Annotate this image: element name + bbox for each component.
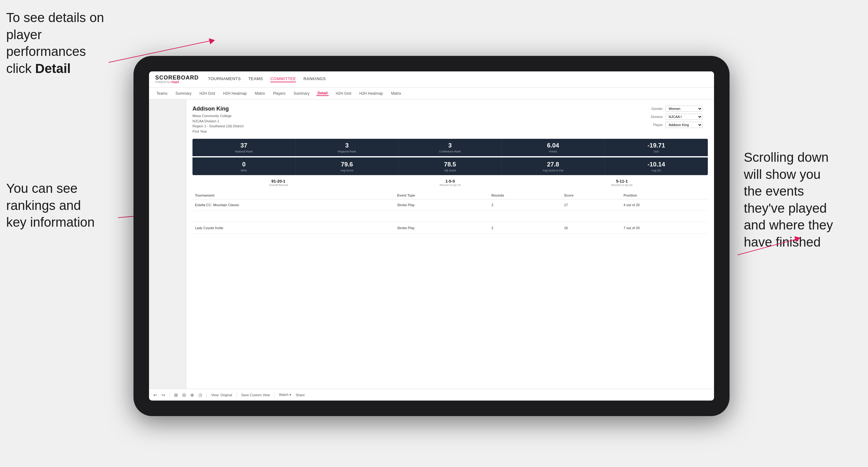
stat-adj-score-label: Adj Score <box>401 169 499 172</box>
toolbar-zoom-in[interactable]: ⊞ <box>174 393 178 398</box>
stats-row-2: 0 Wins 79.6 Avg Score 78.5 Adj Score 27.… <box>192 157 708 175</box>
stat-sos-label: SoS <box>607 150 705 153</box>
division-select[interactable]: NJCAA I <box>665 114 703 120</box>
toolbar-zoom-out[interactable]: ⊟ <box>182 393 186 398</box>
cell-score-3: 16 <box>562 222 621 234</box>
annotation-top-left: To see details on player performances cl… <box>6 9 124 77</box>
record-top25-label: Record vs top 25 <box>440 184 461 187</box>
zoom-out-icon: ⊟ <box>182 393 186 398</box>
share-label: Share <box>296 393 305 397</box>
player-select[interactable]: Addison King <box>665 122 703 128</box>
toolbar-sep-3 <box>237 392 237 398</box>
table-row: Estella CC- Mountain Classic Stroke Play… <box>192 199 708 211</box>
subnav-detail[interactable]: Detail <box>316 91 329 96</box>
view-original-label: View: Original <box>211 393 232 397</box>
watch-label: Watch ▾ <box>279 393 291 397</box>
subnav-h2h-grid[interactable]: H2H Grid <box>198 91 216 96</box>
toolbar-redo[interactable]: ↪ <box>161 393 165 398</box>
tablet-shell: SCOREBOARD Powered by clippd TOURNAMENTS… <box>133 56 730 416</box>
app-header: SCOREBOARD Powered by clippd TOURNAMENTS… <box>149 71 714 88</box>
stat-adj-score: 78.5 Adj Score <box>399 158 502 175</box>
nav-committee[interactable]: COMMITTEE <box>270 76 296 82</box>
col-event-type: Event Type <box>395 192 489 199</box>
cell-position-3: 7 out of 20 <box>621 222 708 234</box>
toolbar-timer[interactable]: ◷ <box>198 393 202 398</box>
save-custom-label: Save Custom View <box>241 393 270 397</box>
subnav-teams[interactable]: Teams <box>155 91 168 96</box>
record-overall-value: 91-20-1 <box>271 179 285 184</box>
division-label: Division <box>646 115 663 119</box>
subnav-matrix2[interactable]: Matrix <box>390 91 403 96</box>
stat-avg-score-par-value: 27.8 <box>504 161 602 168</box>
player-year: First Year <box>192 129 243 134</box>
stat-sos-value: -19.71 <box>607 142 705 149</box>
toolbar-undo[interactable]: ↩ <box>153 393 157 398</box>
stat-regional-rank-value: 3 <box>298 142 396 149</box>
cell-event-type-2 <box>395 211 489 222</box>
subnav-matrix[interactable]: Matrix <box>254 91 266 96</box>
stat-conference-rank-value: 3 <box>401 142 499 149</box>
col-rounds: Rounds <box>489 192 562 199</box>
table-row: Lady Coyote Invite Stroke Play 2 16 7 ou… <box>192 222 708 234</box>
cell-tournament-1: Estella CC- Mountain Classic <box>192 199 395 211</box>
undo-icon: ↩ <box>153 393 157 398</box>
stat-wins-value: 0 <box>195 161 293 168</box>
subnav-players[interactable]: Players <box>272 91 286 96</box>
cell-rounds-2 <box>489 211 562 222</box>
gender-select[interactable]: Women <box>665 105 703 112</box>
timer-icon: ◷ <box>198 393 202 398</box>
subnav-h2h-heatmap[interactable]: H2H Heatmap <box>222 91 248 96</box>
logo-powered-by: Powered by clippd <box>155 81 199 84</box>
record-top50-label: Record vs top 50 <box>611 184 632 187</box>
redo-icon: ↪ <box>161 393 165 398</box>
cell-tournament-2 <box>192 211 395 222</box>
bottom-toolbar: ↩ ↪ ⊞ ⊟ ⊕ ◷ View: Original <box>149 389 714 401</box>
zoom-in-icon: ⊞ <box>174 393 178 398</box>
record-top50: 5-11-1 Record vs top 50 <box>536 179 708 187</box>
player-division: NJCAA Division 1 <box>192 119 243 124</box>
col-position: Position <box>621 192 708 199</box>
toolbar-fit[interactable]: ⊕ <box>190 393 194 398</box>
nav-tournaments[interactable]: TOURNAMENTS <box>208 76 241 82</box>
player-info: Addison King Mesa Community College NJCA… <box>192 105 243 134</box>
toolbar-view-original[interactable]: View: Original <box>211 393 232 397</box>
stat-points: 6.04 Points <box>502 139 605 156</box>
cell-event-type-1: Stroke Play <box>395 199 489 211</box>
player-detail-header: Addison King Mesa Community College NJCA… <box>192 105 708 134</box>
cell-tournament-3: Lady Coyote Invite <box>192 222 395 234</box>
toolbar-share[interactable]: Share <box>296 393 305 397</box>
subnav-summary2[interactable]: Summary <box>292 91 310 96</box>
stat-sos: -19.71 SoS <box>605 139 708 156</box>
player-region: Region 1 - Southwest (18) District <box>192 124 243 129</box>
main-panel: Addison King Mesa Community College NJCA… <box>186 99 714 389</box>
cell-event-type-3: Stroke Play <box>395 222 489 234</box>
player-control-row: Player Addison King <box>646 122 708 128</box>
subnav-h2h-heatmap2[interactable]: H2H Heatmap <box>358 91 384 96</box>
logo-area: SCOREBOARD Powered by clippd <box>155 75 199 84</box>
nav-rankings[interactable]: RANKINGS <box>303 76 326 82</box>
stats-row-1: 37 National Rank 3 Regional Rank 3 Confe… <box>192 139 708 156</box>
stat-wins-label: Wins <box>195 169 293 172</box>
nav-teams[interactable]: TEAMS <box>248 76 263 82</box>
stat-avg-score-par-label: Avg Score to Par <box>504 169 602 172</box>
stat-national-rank: 37 National Rank <box>192 139 296 156</box>
left-sidebar <box>149 99 186 389</box>
stat-wins: 0 Wins <box>192 158 296 175</box>
player-label: Player <box>646 123 663 127</box>
toolbar-watch[interactable]: Watch ▾ <box>279 393 291 397</box>
subnav-h2h-grid2[interactable]: H2H Grid <box>334 91 352 96</box>
stat-avg-sg-label: Avg SG <box>607 169 705 172</box>
table-row <box>192 211 708 222</box>
toolbar-save-custom[interactable]: Save Custom View <box>241 393 270 397</box>
col-tournament: Tournament <box>192 192 395 199</box>
annotation-bottom-left: You can see rankings and key information <box>6 180 124 231</box>
stat-regional-rank-label: Regional Rank <box>298 150 396 153</box>
sub-nav: Teams Summary H2H Grid H2H Heatmap Matri… <box>149 88 714 99</box>
subnav-summary[interactable]: Summary <box>174 91 192 96</box>
gender-label: Gender <box>646 107 663 111</box>
cell-score-2 <box>562 211 621 222</box>
cell-position-2 <box>621 211 708 222</box>
stat-adj-score-value: 78.5 <box>401 161 499 168</box>
tournament-table: Tournament Event Type Rounds Score Posit… <box>192 192 708 234</box>
stat-national-rank-label: National Rank <box>195 150 293 153</box>
